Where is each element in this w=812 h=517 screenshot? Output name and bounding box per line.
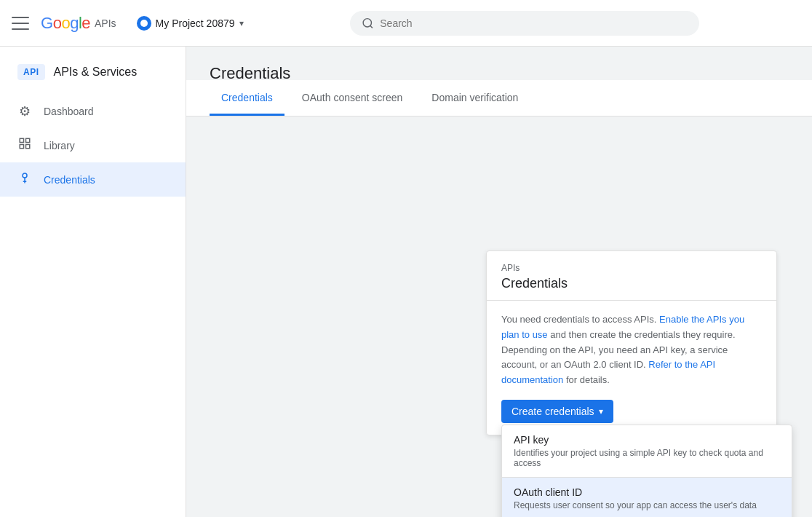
sidebar-item-library[interactable]: Library xyxy=(0,128,186,162)
svg-rect-2 xyxy=(20,138,23,142)
library-icon xyxy=(17,137,32,154)
info-card-body: You need credentials to access APIs. Ena… xyxy=(487,301,776,435)
svg-rect-4 xyxy=(20,145,23,149)
search-box xyxy=(350,11,699,36)
dropdown-item-api-key[interactable]: API key Identifies your project using a … xyxy=(502,425,792,477)
create-btn-arrow: ▾ xyxy=(599,406,603,417)
svg-rect-5 xyxy=(26,145,30,149)
project-dot-icon xyxy=(137,16,151,31)
sidebar-item-label: Credentials xyxy=(44,174,95,186)
create-credentials-wrapper: Create credentials ▾ API key Identifies … xyxy=(501,400,613,423)
create-credentials-button[interactable]: Create credentials ▾ xyxy=(501,400,613,423)
project-dropdown-arrow: ▾ xyxy=(239,18,244,28)
dropdown-item-oauth[interactable]: OAuth client ID Requests user consent so… xyxy=(502,478,792,517)
search-icon xyxy=(362,17,374,30)
svg-point-6 xyxy=(23,173,27,178)
apis-label: APIs xyxy=(95,17,116,29)
project-name: My Project 20879 xyxy=(156,17,235,29)
sidebar-title: APIs & Services xyxy=(54,66,138,79)
tabs-bar: Credentials OAuth consent screen Domain … xyxy=(186,80,812,117)
api-badge: API xyxy=(17,64,45,80)
info-card-header: APIs Credentials xyxy=(487,251,776,301)
search-input[interactable] xyxy=(380,17,688,29)
app-layout: API APIs & Services ⚙ Dashboard Library xyxy=(0,47,812,517)
hamburger-menu-icon[interactable] xyxy=(12,15,29,32)
credentials-icon xyxy=(17,171,32,188)
svg-rect-3 xyxy=(26,138,30,142)
project-selector[interactable]: My Project 20879 ▾ xyxy=(131,12,250,35)
logo-area: Google APIs xyxy=(41,14,116,33)
card-title: Credentials xyxy=(501,276,762,291)
tab-oauth[interactable]: OAuth consent screen xyxy=(290,80,415,116)
top-header: Google APIs My Project 20879 ▾ xyxy=(0,0,812,47)
svg-line-1 xyxy=(370,25,373,28)
info-card: APIs Credentials You need credentials to… xyxy=(486,250,777,435)
tab-domain[interactable]: Domain verification xyxy=(420,80,530,116)
main-content: Credentials Credentials OAuth consent sc… xyxy=(186,47,812,517)
dashboard-icon: ⚙ xyxy=(17,103,32,119)
google-logo: Google xyxy=(41,14,90,33)
sidebar-item-credentials[interactable]: Credentials xyxy=(0,162,186,197)
content-area: APIs Credentials You need credentials to… xyxy=(210,134,789,498)
sidebar-item-dashboard[interactable]: ⚙ Dashboard xyxy=(0,95,186,128)
card-apis-label: APIs xyxy=(501,263,762,273)
info-text: You need credentials to access APIs. Ena… xyxy=(501,312,762,388)
sidebar-item-label: Dashboard xyxy=(44,106,94,117)
sidebar-header: API APIs & Services xyxy=(0,52,186,95)
credentials-dropdown: API key Identifies your project using a … xyxy=(501,425,792,517)
tab-credentials[interactable]: Credentials xyxy=(210,80,284,116)
sidebar-item-label: Library xyxy=(44,140,75,151)
svg-point-0 xyxy=(363,18,371,26)
sidebar: API APIs & Services ⚙ Dashboard Library xyxy=(0,47,186,517)
search-area xyxy=(250,11,800,36)
